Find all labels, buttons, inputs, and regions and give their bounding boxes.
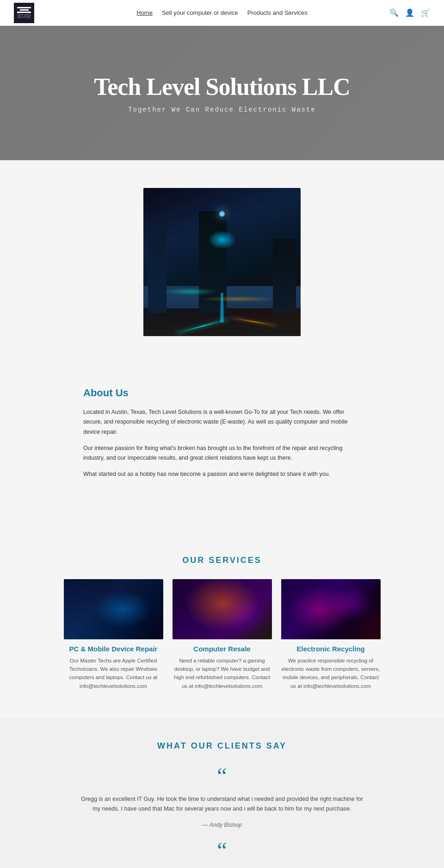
site-header: TECH LEVEL SOLUTIONS Home Sell your comp…	[0, 0, 444, 26]
service-image-recycling	[281, 579, 381, 639]
logo-bar-1	[17, 7, 31, 8]
hero-subtitle: Together We Can Reduce Electronic Waste	[94, 106, 350, 113]
service-name-computer: Computer Resale	[173, 645, 272, 653]
nav-products[interactable]: Products and Services	[247, 9, 308, 16]
quote-mark-2: “	[9, 839, 435, 862]
service-desc-pcrepair: Our Master Techs are Apple Certified Tec…	[64, 656, 163, 691]
logo-bar-3	[17, 12, 31, 13]
city-image-section	[0, 160, 444, 355]
about-content: About Us Located in Austin, Texas, Tech …	[46, 364, 398, 514]
services-title: OUR SERVICES	[9, 556, 435, 565]
hero-section: Tech Level Solutions LLC Together We Can…	[0, 26, 444, 160]
header-icons: 🔍 👤 🛒	[389, 8, 430, 17]
logo-box: TECH LEVEL SOLUTIONS	[14, 3, 34, 23]
city-image	[143, 188, 301, 336]
nav-home[interactable]: Home	[136, 9, 153, 16]
cart-icon: 🛒	[421, 9, 430, 17]
search-icon: 🔍	[389, 9, 399, 17]
service-desc-computer: Need a reliable computer? a gaming deskt…	[173, 656, 272, 691]
about-para-3: What started out as a hobby has now beco…	[83, 469, 361, 479]
service-image-computer	[173, 579, 272, 639]
hero-title: Tech Level Solutions LLC	[94, 73, 350, 100]
cart-button[interactable]: 🛒	[421, 8, 430, 17]
service-name-pcrepair: PC & Mobile Device Repair	[64, 645, 163, 653]
testimonial-author-1: — Andy Bishop	[9, 822, 435, 828]
service-card-recycling: Electronic Recycling We practice respons…	[281, 579, 381, 691]
hero-content: Tech Level Solutions LLC Together We Can…	[94, 73, 350, 113]
service-image-pcrepair	[64, 579, 163, 639]
testimonials-section: WHAT OUR CLIENTS SAY “ Gregg is an excel…	[0, 718, 444, 868]
testimonials-title: WHAT OUR CLIENTS SAY	[9, 741, 435, 751]
service-desc-recycling: We practice responsible recycling of ele…	[281, 656, 381, 691]
testimonial-text-1: Gregg is an excellent IT Guy. He took th…	[79, 794, 365, 814]
about-para-2: Our intense passion for fixing what's br…	[83, 443, 361, 463]
service-card-pcrepair: PC & Mobile Device Repair Our Master Tec…	[64, 579, 163, 691]
about-title: About Us	[83, 387, 361, 399]
about-section: About Us Located in Austin, Texas, Tech …	[0, 355, 444, 537]
nav-sell[interactable]: Sell your computer or device	[162, 9, 238, 16]
quote-mark-1: “	[9, 765, 435, 787]
logo-bar-2	[20, 9, 29, 11]
services-section: OUR SERVICES PC & Mobile Device Repair O…	[0, 537, 444, 718]
logo[interactable]: TECH LEVEL SOLUTIONS	[14, 3, 34, 23]
logo-text-tiny: TECH LEVEL SOLUTIONS	[15, 14, 33, 19]
about-para-1: Located in Austin, Texas, Tech Level Sol…	[83, 407, 361, 437]
search-button[interactable]: 🔍	[389, 8, 399, 17]
services-grid: PC & Mobile Device Repair Our Master Tec…	[46, 579, 398, 691]
account-button[interactable]: 👤	[405, 8, 414, 17]
service-card-computer: Computer Resale Need a reliable computer…	[173, 579, 272, 691]
person-icon: 👤	[405, 9, 414, 17]
main-nav: Home Sell your computer or device Produc…	[136, 9, 308, 16]
service-name-recycling: Electronic Recycling	[281, 645, 381, 653]
